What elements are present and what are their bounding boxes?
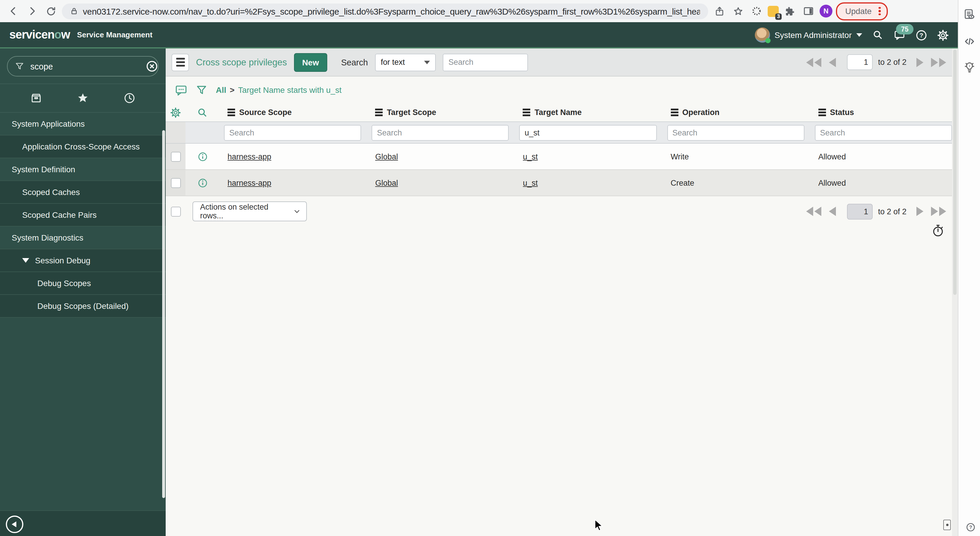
navigator-filter-box[interactable] [7, 56, 159, 77]
extension-spinner-icon[interactable] [749, 3, 764, 19]
lightbulb-icon[interactable] [963, 61, 976, 73]
list-controls-button[interactable] [172, 53, 189, 71]
sidebar-item-system-definition[interactable]: System Definition [0, 158, 165, 181]
target-name-link[interactable]: u_st [523, 179, 538, 187]
target-name-link[interactable]: u_st [523, 152, 538, 161]
global-search-icon[interactable] [872, 29, 884, 41]
operation-cell: Write [662, 152, 810, 161]
list-search-toggle-icon[interactable] [197, 107, 208, 118]
filter-target-scope-input[interactable] [372, 124, 509, 140]
personalize-list-gear-icon[interactable] [170, 107, 181, 118]
address-bar[interactable]: ven03172.service-now.com/nav_to.do?uri=%… [62, 3, 708, 19]
browser-reload-icon[interactable] [43, 3, 58, 19]
last-page-button[interactable] [930, 206, 947, 217]
new-button[interactable]: New [294, 53, 327, 72]
last-page-button[interactable] [930, 56, 947, 68]
sidebar-item-system-applications[interactable]: System Applications [0, 113, 165, 136]
share-icon[interactable] [712, 3, 727, 19]
source-scope-link[interactable]: harness-app [228, 179, 271, 187]
source-scope-link[interactable]: harness-app [228, 152, 271, 161]
chevron-down-icon [293, 208, 301, 215]
sidebar-item-session-debug[interactable]: Session Debug [0, 249, 165, 272]
list-search-input[interactable] [442, 53, 528, 71]
list-title-link[interactable]: Cross scope privileges [196, 57, 287, 67]
strip-help-icon[interactable]: ? [966, 522, 976, 533]
user-menu[interactable]: System Administrator [754, 27, 862, 42]
row-info-icon[interactable] [186, 177, 220, 188]
filter-status-input[interactable] [815, 124, 952, 140]
servicenow-header: servicenow Service Management System Adm… [0, 22, 958, 48]
chevron-down-icon [424, 61, 430, 64]
user-avatar [754, 27, 770, 42]
column-header-source-scope[interactable]: Source Scope [220, 108, 367, 117]
sidebar-item-scoped-caches[interactable]: Scoped Caches [0, 181, 165, 204]
select-all-checkbox[interactable] [171, 206, 181, 216]
side-panel-icon[interactable] [801, 3, 816, 19]
prev-page-button[interactable] [828, 206, 837, 217]
navigator-filter-input[interactable] [29, 61, 141, 72]
response-time-icon[interactable] [931, 223, 945, 238]
lock-icon [70, 7, 78, 15]
code-icon[interactable] [963, 35, 976, 48]
extension-side-strip: ? [958, 0, 980, 536]
list-corner-icon[interactable] [943, 520, 951, 530]
column-header-operation[interactable]: Operation [662, 108, 810, 117]
column-filter-row [165, 121, 958, 144]
collapse-navigator-button[interactable] [6, 515, 23, 533]
notification-badge: 75 [896, 24, 913, 34]
browser-forward-icon[interactable] [24, 3, 40, 19]
form-reader-icon[interactable] [963, 8, 976, 21]
sidebar-item-debug-scopes[interactable]: Debug Scopes [0, 272, 165, 295]
favorites-tab-icon[interactable] [76, 92, 89, 105]
row-info-icon[interactable] [186, 151, 220, 162]
bottom-pagination: to 2 of 2 [805, 204, 947, 219]
sidebar-item-system-diagnostics[interactable]: System Diagnostics [0, 227, 165, 249]
browser-back-icon[interactable] [6, 3, 21, 19]
breadcrumb-row: All>Target Name starts with u_st [165, 77, 958, 103]
actions-select[interactable]: Actions on selected rows... [192, 201, 307, 221]
history-tab-icon[interactable] [123, 92, 136, 105]
first-page-button[interactable] [805, 56, 822, 68]
sidebar-item-scoped-cache-pairs[interactable]: Scoped Cache Pairs [0, 204, 165, 227]
extensions-puzzle-icon[interactable] [782, 3, 797, 19]
list-chat-icon[interactable] [175, 84, 187, 96]
filter-funnel-icon[interactable] [196, 84, 208, 96]
sidebar-item-application-cross-scope-access[interactable]: Application Cross-Scope Access [0, 136, 165, 158]
search-type-select[interactable]: for text [375, 53, 436, 71]
row-checkbox[interactable] [171, 152, 181, 161]
svg-text:?: ? [920, 32, 923, 38]
sidebar-item-debug-scopes-detailed[interactable]: Debug Scopes (Detailed) [0, 295, 165, 317]
target-scope-link[interactable]: Global [375, 152, 398, 161]
navigator-scrollbar[interactable] [162, 130, 165, 498]
column-header-status[interactable]: Status [810, 108, 958, 117]
bookmark-star-icon[interactable] [730, 3, 746, 19]
filter-operation-input[interactable] [667, 124, 804, 140]
user-name: System Administrator [775, 30, 852, 40]
extension-yellow-icon[interactable]: 3 [768, 6, 779, 17]
browser-profile-avatar[interactable]: N [819, 5, 832, 18]
next-page-button[interactable] [915, 206, 924, 217]
browser-update-button[interactable]: Update [836, 2, 888, 20]
filter-source-scope-input[interactable] [224, 124, 361, 140]
clear-filter-icon[interactable] [145, 59, 159, 73]
conversations-icon[interactable]: 75 [894, 29, 905, 41]
breadcrumb-all-link[interactable]: All [216, 85, 226, 94]
page-number-input[interactable] [847, 54, 873, 70]
prev-page-button[interactable] [828, 56, 837, 68]
page-range-label: to 2 of 2 [878, 58, 907, 67]
settings-gear-icon[interactable] [937, 29, 948, 41]
breadcrumb-filter-link[interactable]: Target Name starts with u_st [238, 85, 342, 94]
column-menu-icon [523, 108, 531, 116]
column-header-target-scope[interactable]: Target Scope [367, 108, 514, 117]
page-number-input[interactable] [847, 204, 873, 219]
target-scope-link[interactable]: Global [375, 179, 398, 187]
next-page-button[interactable] [915, 56, 924, 68]
row-checkbox[interactable] [171, 178, 181, 188]
all-applications-tab-icon[interactable] [30, 92, 43, 105]
content-scrollbar[interactable] [952, 48, 958, 536]
help-icon[interactable]: ? [915, 29, 927, 41]
column-header-target-name[interactable]: Target Name [515, 108, 662, 117]
filter-target-name-input[interactable] [519, 124, 657, 140]
first-page-button[interactable] [805, 206, 822, 217]
expand-triangle-icon [22, 258, 29, 263]
